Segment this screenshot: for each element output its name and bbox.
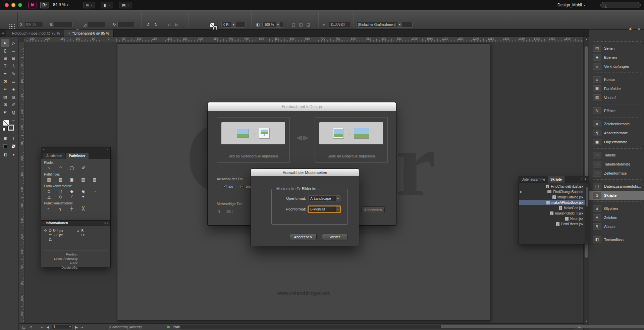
arrange-documents-button[interactable]: ▤ ▾ [119,2,131,8]
panel-button-zellenformate[interactable]: ⊟ Zellenformate [589,169,644,178]
convert-triangle-icon[interactable]: △ [45,194,53,199]
page-tool[interactable]: ▯ [1,47,9,54]
collapse-panels-icon[interactable]: « [0,30,6,37]
zoom-level-control[interactable]: 84,9 %▾ [53,2,68,8]
scripts-scrollbar[interactable]: ▴ ▾ [585,183,589,244]
minimize-window-button[interactable] [11,3,15,7]
hand-tool[interactable]: ☛ [1,108,9,116]
selection-tool[interactable]: ► [1,39,9,47]
rectangle-frame-tool[interactable]: ⊠ [1,78,9,85]
convert-inverse-rounded-icon[interactable]: ◉ [79,189,87,194]
script-item[interactable]: ʃ PathEffects.jsx [519,221,585,227]
png-checkbox[interactable]: ✓ png [240,184,252,188]
page-number-field[interactable]: 1 ▾ [52,325,72,329]
document-tab[interactable]: Fotobuch-Tipps.indd @ 75 % [6,30,64,37]
x-position-field[interactable]: 837 px [24,22,43,27]
previous-page-button[interactable]: ◀ [46,325,49,329]
corner-radius-field[interactable]: 11,339 px [329,22,351,27]
screen-mode-button[interactable]: ◧ ▾ [101,2,113,8]
bridge-icon[interactable]: Br [40,2,49,8]
panel-button-skripte[interactable]: S Skripte [589,191,644,200]
gap-tool[interactable]: ↔ [9,47,18,54]
gradient-feather-tool[interactable]: ▨ [9,93,18,101]
rotate-cw-button[interactable]: ↻ [153,22,159,27]
view-options-button[interactable]: ⊞ ▾ [83,2,95,8]
opacity-dropdown[interactable]: 100 % ▾ [262,22,283,28]
tab-ausrichten[interactable]: Ausrichten [43,153,65,159]
reverse-path-icon[interactable]: ↺ [79,165,87,171]
convert-corner-point-icon[interactable]: ╮ [57,206,64,211]
scroll-up-icon[interactable]: ▴ [584,38,589,41]
panel-button-textumfluss[interactable]: ◧ Textumfluss [589,235,644,244]
vertical-ruler[interactable]: 0501001502002503003504004505005506006507… [19,42,24,323]
maximize-window-button[interactable] [18,3,22,7]
pathfinder-minus-back-icon[interactable]: ▨ [91,177,98,182]
collapse-panel-icon[interactable]: « [107,148,108,151]
panel-button-seiten[interactable]: ▤ Seiten [589,44,644,53]
querformat-dropdown[interactable]: A-Landscape ▾ [308,195,340,201]
panel-button-objektformate[interactable]: ▣ Objektformate [589,137,644,146]
fotobuch-cancel-button[interactable]: Abbrechen [361,206,385,213]
rotation-angle-field[interactable] [117,22,135,27]
convert-symmetric-point-icon[interactable]: ╳ [79,206,87,211]
type-tool[interactable]: T [1,62,9,70]
no-text-wrap-icon[interactable]: ▢ [290,22,297,27]
script-item[interactable]: ʃ Neon.jsx [519,216,585,221]
scroll-left-icon[interactable]: ◀ [176,324,178,330]
pathfinder-exclude-icon[interactable]: ▥ [79,177,87,182]
export-icon[interactable]: ↗ [29,325,32,329]
script-item[interactable]: ʃ MakeGrid.jsx [519,205,585,210]
fotobuch-dialog-titlebar[interactable]: Fotobuch mit InDesign [208,102,396,111]
scroll-right-icon[interactable]: ▶ [579,324,581,330]
panel-button-zeichen[interactable]: A Zeichen [589,213,644,222]
corner-options-icon[interactable]: ⌐ [321,22,327,27]
panel-menu-icon[interactable]: » ≡ [581,177,587,181]
scroll-up-icon[interactable]: ▴ [585,183,589,186]
wrap-object-shape-icon[interactable]: ◱ [305,22,311,27]
script-item[interactable]: ʃ makePicIndd_II.jsx [519,210,585,216]
reference-point-proxy[interactable] [9,23,15,30]
eyedropper-tool[interactable]: ✐ [9,101,18,108]
script-item[interactable]: ʃ ImageCatalog.jsx [519,194,585,200]
script-item[interactable]: ʃ makeAPhotoBook.jsx [519,200,585,205]
stroke-weight-dropdown[interactable]: 0 Pt ▾ [221,22,246,28]
musterseiten-dialog-titlebar[interactable]: Auswahl der Musterseiten [251,169,359,176]
panel-button-effekte[interactable]: fx Effekte [589,106,644,115]
object-style-dropdown[interactable]: [Einfacher Grafikrahmen] ▾ [356,22,413,28]
convert-beveled-rectangle-icon[interactable]: ◆ [68,189,75,194]
panel-button-farbfelder[interactable]: ▦ Farbfelder [589,84,644,93]
content-placer-tool[interactable]: ⊟ [9,54,18,62]
screen-mode-toggle[interactable]: ◧ [1,151,9,158]
panel-button-datenzusammenfuehrung[interactable]: ◫ Datenzusammenführ... [589,182,644,191]
fill-color-swatch[interactable] [3,120,9,126]
weiter-button[interactable]: Weiter [322,234,347,240]
line-tool[interactable]: ∖ [9,62,18,70]
horizontal-scrollbar[interactable] [180,325,575,329]
fill-stroke-control[interactable]: ⇄ [2,119,16,133]
scroll-down-icon[interactable]: ▾ [584,320,589,323]
panel-collapse-icon[interactable]: ◦ [43,222,44,225]
panel-button-zeichenformate[interactable]: A Zeichenformate [589,119,644,128]
ruler-origin-box[interactable] [19,37,24,42]
panel-button-glyphen[interactable]: á Glyphen [589,204,644,213]
script-item[interactable]: ▶ FindChangeSupport [519,189,585,194]
workspace-switcher[interactable]: Design_Mobil▾ [557,3,585,7]
hochformat-dropdown[interactable]: B-Portrait ▾ [308,206,340,212]
select-container-button[interactable]: ◁ [166,22,172,27]
scissors-tool[interactable]: ✂ [1,85,9,93]
apply-none-button[interactable] [9,143,18,149]
convert-ellipse-icon[interactable]: ○ [91,189,98,194]
jpg-checkbox[interactable]: ✓ jpg [223,184,233,188]
pathfinder-add-icon[interactable]: ▦ [45,177,53,182]
tab-pathfinder[interactable]: Pathfinder [66,153,88,159]
next-page-button[interactable]: ▶ [75,325,78,329]
expander-icon[interactable]: ▶ [520,190,522,193]
panel-header[interactable]: ◦ Informationen ▾ ≡ [41,221,110,226]
preflight-profile[interactable]: [Grundprofil] (Arbeitsp... [109,324,145,330]
fill-swatch-none[interactable] [210,23,214,27]
panel-button-absatzformate[interactable]: ¶ Absatzformate [589,128,644,137]
tab-datenzusammenfuehrung[interactable]: Datenzusamme [519,176,548,183]
note-tool[interactable]: ✉ [1,101,9,108]
scrollbar-thumb[interactable] [586,187,588,206]
convert-rounded-rectangle-icon[interactable]: ▢ [57,189,64,194]
